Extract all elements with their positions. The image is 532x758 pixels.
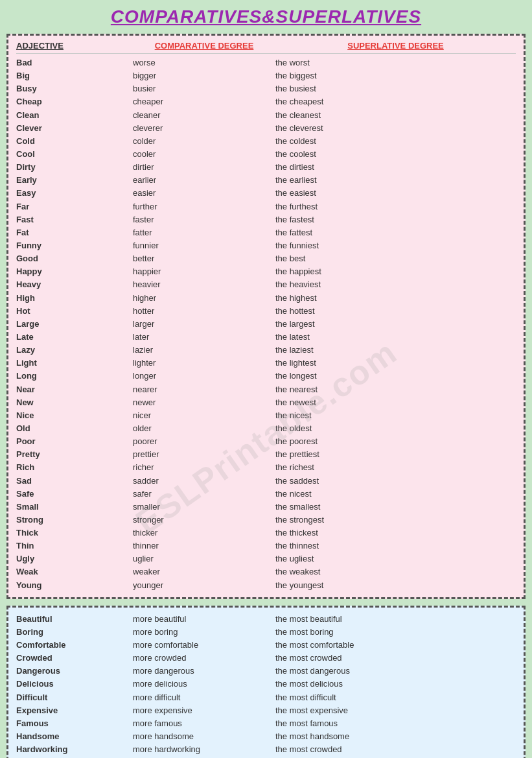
comparative-cell: nicer [133, 409, 275, 422]
comparative-cell: cooler [133, 148, 275, 161]
column-headers: ADJECTIVE COMPARATIVE DEGREE SUPERLATIVE… [16, 41, 516, 54]
superlative-cell: the coolest [275, 148, 516, 161]
table-row: Comfortable more comfortable the most co… [16, 639, 516, 652]
comparative-cell: cleverer [133, 122, 275, 135]
superlative-cell: the worst [275, 56, 516, 69]
adjective-cell: Young [16, 579, 133, 592]
adjective-cell: Fat [16, 226, 133, 239]
table-row: Light lighter the lightest [16, 357, 516, 370]
table-row: Good better the best [16, 252, 516, 265]
comparative-cell: happier [133, 265, 275, 278]
table-row: Cold colder the coldest [16, 135, 516, 148]
comparative-cell: further [133, 200, 275, 213]
comparative-cell: faster [133, 213, 275, 226]
table-row: Easy easier the easiest [16, 187, 516, 200]
comparative-cell: younger [133, 579, 275, 592]
comparative-cell: more boring [133, 626, 275, 639]
adjective-cell: Thin [16, 539, 133, 552]
comparative-cell: weaker [133, 565, 275, 578]
comparative-cell: fatter [133, 226, 275, 239]
table-row: Lazy lazier the laziest [16, 344, 516, 357]
adjective-cell: Pretty [16, 448, 133, 461]
adjective-cell: Safe [16, 488, 133, 501]
superlative-cell: the most delicious [275, 678, 516, 691]
superlative-cell: the most difficult [275, 691, 516, 704]
comparative-cell: lighter [133, 357, 275, 370]
comparative-cell: worse [133, 56, 275, 69]
table-row: New newer the newest [16, 396, 516, 409]
table-row: Delicious more delicious the most delici… [16, 678, 516, 691]
adjective-cell: Sad [16, 475, 133, 488]
superlative-cell: the hottest [275, 305, 516, 318]
table-row: Clever cleverer the cleverest [16, 122, 516, 135]
table-row: Small smaller the smallest [16, 501, 516, 514]
comparative-cell: prettier [133, 448, 275, 461]
comparative-cell: poorer [133, 435, 275, 448]
superlative-cell: the dirtiest [275, 161, 516, 174]
comparative-cell: more famous [133, 717, 275, 730]
table-row: Boring more boring the most boring [16, 626, 516, 639]
adjective-cell: Nice [16, 409, 133, 422]
superlative-cell: the lightest [275, 357, 516, 370]
comparative-cell: later [133, 331, 275, 344]
adjective-cell: Dirty [16, 161, 133, 174]
superlative-cell: the furthest [275, 200, 516, 213]
superlative-cell: the laziest [275, 344, 516, 357]
comparative-cell: higher [133, 292, 275, 305]
table-row: Expensive more expensive the most expens… [16, 704, 516, 717]
adjective-cell: Clever [16, 122, 133, 135]
table-row: Happy happier the happiest [16, 265, 516, 278]
superlative-cell: the highest [275, 292, 516, 305]
superlative-cell: the cleanest [275, 109, 516, 122]
comparative-cell: bigger [133, 69, 275, 82]
comparative-cell: larger [133, 318, 275, 331]
superlative-cell: the prettiest [275, 448, 516, 461]
adjective-cell: Good [16, 252, 133, 265]
table-row: Dirty dirtier the dirtiest [16, 161, 516, 174]
adjective-cell: Expensive [16, 704, 133, 717]
table-row: Large larger the largest [16, 318, 516, 331]
comparative-cell: colder [133, 135, 275, 148]
superlative-cell: the youngest [275, 579, 516, 592]
adjective-cell: Heavy [16, 278, 133, 291]
superlative-cell: the most crowded [275, 652, 516, 665]
superlative-cell: the heaviest [275, 278, 516, 291]
table-row: Beautiful more beautiful the most beauti… [16, 613, 516, 626]
adjective-cell: Comfortable [16, 639, 133, 652]
superlative-cell: the busiest [275, 82, 516, 95]
table-row: Bad worse the worst [16, 56, 516, 69]
comparative-cell: more difficult [133, 691, 275, 704]
comparative-cell: stronger [133, 514, 275, 527]
comparative-cell: more hardworking [133, 743, 275, 756]
superlative-header: SUPERLATIVE DEGREE [275, 41, 516, 51]
superlative-cell: the ugliest [275, 552, 516, 565]
adjective-cell: Boring [16, 626, 133, 639]
page-title: COMPARATIVES&SUPERLATIVES [6, 6, 526, 27]
table-row: Strong stronger the strongest [16, 514, 516, 527]
adjective-cell: Large [16, 318, 133, 331]
table-row: Funny funnier the funniest [16, 239, 516, 252]
superlative-cell: the saddest [275, 475, 516, 488]
table-row: Difficult more difficult the most diffic… [16, 691, 516, 704]
table-row: Crowded more crowded the most crowded [16, 652, 516, 665]
table-row: Ugly uglier the ugliest [16, 552, 516, 565]
adjective-cell: Hardworking [16, 743, 133, 756]
superlative-cell: the most expensive [275, 704, 516, 717]
adjective-cell: Ugly [16, 552, 133, 565]
comparative-cell: more dangerous [133, 665, 275, 678]
adjective-cell: Light [16, 357, 133, 370]
comparative-cell: dirtier [133, 161, 275, 174]
superlative-cell: the fastest [275, 213, 516, 226]
adjective-header: ADJECTIVE [16, 41, 133, 51]
table-row: Hot hotter the hottest [16, 305, 516, 318]
table-row: Far further the furthest [16, 200, 516, 213]
adjective-cell: Long [16, 370, 133, 383]
comparative-cell: more beautiful [133, 613, 275, 626]
adjective-cell: Far [16, 200, 133, 213]
adjective-cell: Handsome [16, 730, 133, 743]
comparative-cell: cleaner [133, 109, 275, 122]
superlative-cell: the longest [275, 370, 516, 383]
superlative-cell: the most crowded [275, 743, 516, 756]
table-row: Thick thicker the thickest [16, 527, 516, 539]
adjective-cell: Crowded [16, 652, 133, 665]
